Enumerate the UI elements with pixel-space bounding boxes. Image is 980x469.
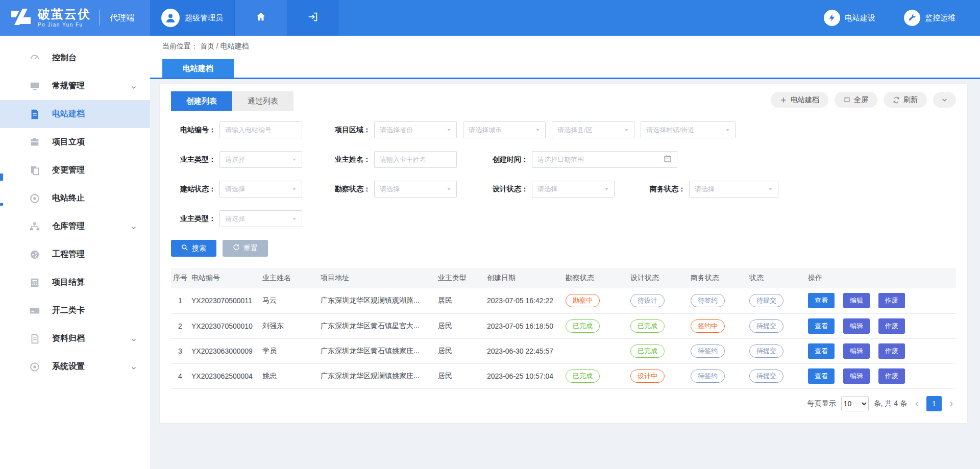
breadcrumb-home-link[interactable]: 首页	[200, 42, 214, 50]
owner-type-select[interactable]: 请选择 ▼	[219, 151, 302, 168]
cell-address: 广东深圳龙华区观澜镇姚家庄...	[318, 363, 436, 388]
caret-down-icon: ▼	[604, 187, 609, 191]
sidebar-item-general-mgmt[interactable]: 常规管理	[0, 72, 150, 100]
home-button[interactable]	[235, 0, 287, 36]
sidebar-item-system-settings[interactable]: 系统设置	[0, 353, 150, 381]
per-page-select[interactable]: 10	[841, 396, 869, 411]
biz-status-select[interactable]: 请选择 ▼	[689, 181, 778, 198]
search-label: 搜索	[192, 244, 206, 253]
build-status-select[interactable]: 请选择 ▼	[219, 181, 302, 198]
sidebar-item-type2-card[interactable]: 开二类卡	[0, 297, 150, 325]
chevron-down-icon	[131, 364, 137, 370]
add-station-label: 电站建档	[791, 95, 819, 105]
tab-passed-list[interactable]: 通过列表	[232, 91, 293, 111]
view-button[interactable]: 查看	[808, 293, 835, 308]
status-badge: 待提交	[749, 319, 783, 333]
sidebar-item-console[interactable]: 控制台	[0, 44, 150, 72]
city-select[interactable]: 请选择城市 ▼	[463, 121, 546, 138]
sidebar-item-change-mgmt[interactable]: 变更管理	[0, 156, 150, 184]
design-status-select[interactable]: 请选择 ▼	[532, 181, 615, 198]
cell-address: 广东深圳龙华区黄石镇星官大...	[318, 313, 436, 338]
cell-station-no: YX2023062500004	[189, 363, 260, 388]
table-row: 3 YX2023063000009 学员 广东深圳龙华区黄石镇姚家庄... 居民…	[171, 338, 956, 363]
owner-type-placeholder: 请选择	[225, 155, 245, 164]
status-badge: 设计中	[630, 369, 665, 383]
void-button[interactable]: 作废	[878, 343, 905, 359]
page-number-1[interactable]: 1	[926, 396, 942, 411]
user-name: 超级管理员	[185, 13, 223, 23]
view-button[interactable]: 查看	[808, 368, 835, 384]
plus-icon	[780, 96, 787, 104]
avatar[interactable]	[161, 9, 180, 27]
page-tab-station-archive[interactable]: 电站建档	[162, 59, 234, 78]
filter-row-2: 业主类型： 请选择 ▼ 业主姓名： 创建时间：	[171, 151, 956, 168]
edit-button[interactable]: 编辑	[843, 293, 870, 308]
next-page-icon[interactable]: ›	[947, 398, 956, 409]
sidebar-scroll-indicator[interactable]	[0, 203, 3, 206]
search-button[interactable]: 搜索	[171, 240, 216, 257]
status-badge: 已完成	[630, 344, 665, 358]
town-select[interactable]: 请选择村镇/街道 ▼	[641, 121, 736, 138]
sidebar-item-project-settlement[interactable]: 项目结算	[0, 268, 150, 297]
cell-created: 2023-07-05 16:42:22	[485, 288, 564, 313]
calendar-icon[interactable]	[664, 155, 672, 164]
edit-button[interactable]: 编辑	[843, 368, 870, 384]
survey-status-select[interactable]: 请选择 ▼	[374, 181, 457, 198]
reset-icon	[233, 244, 240, 253]
sidebar-item-engineering-mgmt[interactable]: 工程管理	[0, 240, 150, 268]
sidebar-item-warehouse-mgmt[interactable]: 仓库管理	[0, 212, 150, 240]
fullscreen-label: 全屏	[854, 95, 868, 105]
refresh-button[interactable]: 刷新	[884, 92, 927, 108]
add-station-button[interactable]: 电站建档	[771, 92, 828, 108]
cell-station-no: YX2023070500011	[189, 288, 260, 313]
cell-created: 2023-07-05 16:18:50	[485, 313, 564, 338]
reset-button[interactable]: 重置	[223, 240, 268, 257]
status-badge: 待设计	[630, 294, 665, 307]
design-status-placeholder: 请选择	[537, 185, 557, 194]
void-button[interactable]: 作废	[878, 318, 905, 334]
owner-name-input[interactable]	[380, 156, 451, 163]
status-badge: 已完成	[566, 369, 600, 383]
county-select[interactable]: 请选择县/区 ▼	[552, 121, 634, 138]
sidebar-item-data-archive[interactable]: 资料归档	[0, 325, 150, 353]
tab-create-list[interactable]: 创建列表	[171, 91, 232, 111]
owner-name-input-wrap	[374, 151, 457, 168]
sitemap-icon	[29, 220, 41, 233]
breadcrumb: 当前位置： 首页 / 电站建档	[162, 42, 249, 51]
col-design: 设计状态	[628, 268, 689, 288]
logout-button[interactable]	[287, 0, 338, 36]
void-button[interactable]: 作废	[878, 293, 905, 308]
view-button[interactable]: 查看	[808, 343, 835, 359]
cell-owner: 姚忠	[260, 363, 318, 388]
build-status-label: 建站状态：	[171, 185, 216, 194]
fullscreen-button[interactable]: 全屏	[835, 92, 877, 108]
sidebar-scroll-indicator[interactable]	[0, 174, 3, 181]
status-badge: 待签约	[691, 344, 725, 358]
cell-type: 居民	[436, 338, 485, 363]
sidebar-item-project-initiation[interactable]: 项目立项	[0, 128, 150, 156]
void-button[interactable]: 作废	[878, 368, 905, 384]
view-button[interactable]: 查看	[808, 318, 835, 334]
logo-icon	[9, 7, 33, 29]
status-badge: 待签约	[691, 369, 725, 383]
edit-button[interactable]: 编辑	[843, 343, 870, 359]
sidebar-item-station-archive[interactable]: 电站建档	[0, 100, 150, 128]
survey-status-label: 勘察状态：	[326, 185, 371, 194]
station-no-input[interactable]	[225, 126, 297, 134]
brand-name: 破茧云伏	[38, 8, 91, 20]
prev-page-icon[interactable]: ‹	[912, 398, 921, 409]
nav-station-build[interactable]: 电站建设	[824, 10, 875, 26]
sidebar-item-label: 系统设置	[52, 361, 131, 372]
province-select[interactable]: 请选择省份 ▼	[374, 121, 457, 138]
owner-type2-select[interactable]: 请选择 ▼	[219, 210, 302, 227]
sidebar-item-station-termination[interactable]: 电站终止	[0, 184, 150, 212]
sidebar-item-label: 电站建档	[52, 109, 137, 119]
col-actions: 操作	[806, 268, 956, 288]
collapse-button[interactable]	[933, 92, 956, 108]
date-range-input[interactable]	[537, 156, 664, 163]
owner-type-label: 业主类型：	[171, 155, 216, 164]
user-menu[interactable]: 超级管理员	[150, 0, 235, 36]
edit-button[interactable]: 编辑	[843, 318, 870, 334]
calculator-icon	[29, 277, 41, 289]
nav-monitor-ops[interactable]: 监控运维	[904, 10, 955, 26]
